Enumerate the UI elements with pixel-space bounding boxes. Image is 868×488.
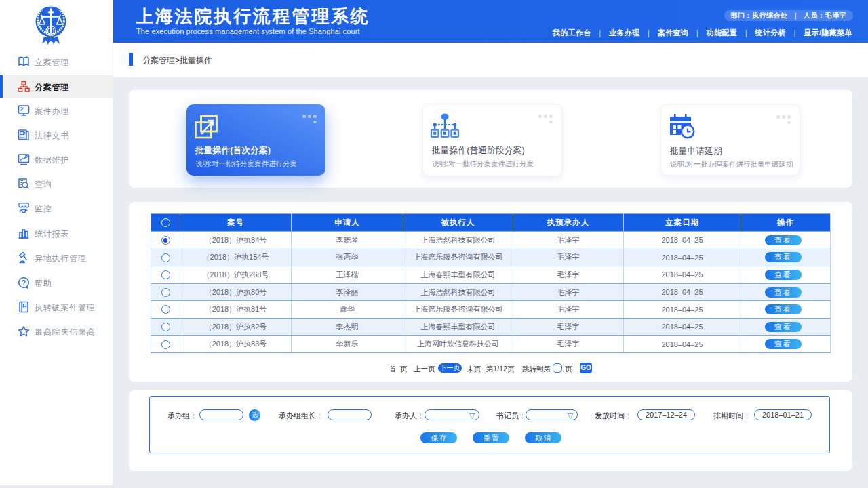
svg-text:?: ? — [22, 279, 26, 287]
